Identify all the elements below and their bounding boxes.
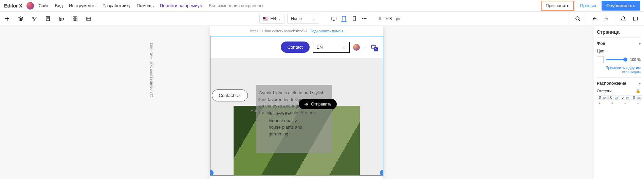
width-label: Ш [378, 17, 381, 21]
width-unit: px [396, 17, 400, 21]
page-label: Home [291, 16, 302, 21]
apply-to-pages-link[interactable]: Применить к другим страницам [597, 66, 641, 74]
chevron-down-icon: ⌄ [278, 17, 281, 20]
chevron-down-icon[interactable]: ⌄ [363, 45, 367, 50]
pad-bottom[interactable]: 0px [620, 95, 630, 100]
menu-dev[interactable]: Разработчику [103, 3, 130, 8]
text-block-2[interactable]: delivers the highest quality house plant… [269, 111, 306, 137]
panel-title: Страница [597, 29, 641, 35]
layout-section-header[interactable]: Расположение▾ [597, 81, 641, 86]
svg-rect-9 [87, 17, 91, 20]
connect-domain-link[interactable]: Подключить домен [310, 29, 343, 33]
undo-icon[interactable] [592, 16, 598, 22]
resize-handle-left[interactable]: + [210, 170, 214, 176]
cart-count-badge: 0 [374, 47, 378, 51]
zoom-icon[interactable] [575, 16, 581, 22]
plus-icon[interactable]: + [599, 101, 601, 105]
canvas[interactable]: https://iuliiao.editorx.io/website-5-1 П… [210, 26, 383, 179]
svg-point-13 [576, 17, 579, 20]
canvas-width: Ш px [378, 16, 400, 21]
chevron-down-icon: ▾ [639, 42, 641, 46]
add-icon[interactable] [4, 16, 10, 22]
page-icon[interactable] [45, 16, 51, 22]
pad-top[interactable]: 0px [597, 95, 608, 100]
chevron-down-icon: ▾ [639, 82, 641, 85]
tablet-icon[interactable] [341, 17, 347, 22]
send-button[interactable]: Отправить [299, 99, 337, 109]
cms-icon[interactable] [86, 16, 92, 22]
padding-label: Отступы [597, 89, 612, 93]
site-header: Contact EN ⌄ ⌄ 0 [210, 36, 383, 58]
svg-rect-10 [331, 17, 336, 20]
bg-section-header[interactable]: Фон▾ [597, 41, 641, 46]
site-lang-dropdown[interactable]: EN ⌄ [313, 42, 350, 53]
site-url: https://iuliiao.editorx.io/website-5-1 [250, 29, 308, 33]
send-icon [304, 102, 309, 107]
contact-us-button[interactable]: Contact Us [212, 90, 248, 101]
us-flag-icon [263, 17, 268, 20]
menu-site[interactable]: Сайт [39, 3, 49, 8]
comments-icon[interactable] [632, 16, 639, 22]
svg-point-1 [35, 17, 36, 18]
plus-icon[interactable]: + [624, 101, 626, 105]
svg-rect-14 [633, 17, 638, 20]
send-label: Отправить [311, 102, 332, 107]
invite-button[interactable]: Пригласить [541, 1, 574, 11]
opacity-value: 100 [630, 58, 636, 62]
opacity-slider[interactable] [606, 59, 627, 60]
svg-rect-12 [353, 16, 355, 21]
notifications-icon[interactable] [620, 16, 626, 22]
plus-icon[interactable]: + [611, 101, 613, 105]
pad-right[interactable]: 0px [608, 95, 619, 100]
ruler-breakpoint-label: ▢ Планшет (1000 пикс. и меньше) [149, 43, 153, 98]
resize-handle-right[interactable]: + [380, 170, 383, 176]
svg-rect-7 [73, 19, 75, 21]
menu-help[interactable]: Помощь [137, 3, 154, 8]
svg-point-2 [34, 19, 35, 21]
redo-icon[interactable] [603, 16, 609, 22]
color-swatch[interactable] [597, 56, 604, 63]
inspector-panel: Страница Фон▾ Цвет 100 % Применить к дру… [593, 26, 644, 179]
masters-icon[interactable] [31, 16, 37, 22]
mobile-icon[interactable] [351, 16, 357, 21]
svg-rect-8 [75, 19, 77, 21]
chevron-down-icon: ⌄ [313, 17, 315, 20]
more-breakpoints-icon[interactable]: ••• [362, 16, 367, 21]
desktop-icon[interactable] [331, 16, 336, 21]
theme-icon[interactable] [58, 16, 65, 22]
width-input[interactable] [383, 16, 394, 21]
apps-icon[interactable] [72, 16, 78, 22]
cart-icon[interactable]: 0 [370, 44, 377, 51]
page-frame[interactable]: Contact EN ⌄ ⌄ 0 Contact Us [210, 36, 383, 176]
lock-icon[interactable]: 🔒 [636, 88, 641, 93]
pad-left[interactable]: 0px [631, 95, 642, 100]
color-label: Цвет [597, 49, 641, 53]
page-selector[interactable]: Home ⌄ [287, 14, 319, 24]
menu-view[interactable]: Вид [55, 3, 63, 8]
member-avatar[interactable] [353, 44, 360, 51]
svg-rect-11 [342, 16, 346, 21]
chevron-down-icon: ⌄ [342, 45, 346, 50]
user-avatar[interactable] [26, 2, 34, 10]
publish-button[interactable]: Опубликовать [602, 1, 640, 11]
svg-rect-5 [73, 17, 75, 18]
svg-rect-6 [75, 17, 77, 18]
svg-point-4 [62, 18, 64, 20]
site-lang-value: EN [317, 45, 323, 50]
lang-selector[interactable]: EN ⌄ [259, 14, 284, 24]
save-status: Все изменения сохранены [209, 3, 263, 8]
lang-label: EN [270, 16, 276, 21]
brand-logo: Editor X [4, 3, 22, 9]
preview-button[interactable]: Превью [577, 1, 600, 10]
plus-icon[interactable]: + [637, 101, 639, 105]
upgrade-link[interactable]: Перейти на премиум [160, 3, 203, 8]
menu-tools[interactable]: Инструменты [69, 3, 96, 8]
layers-icon[interactable] [18, 16, 24, 22]
svg-point-0 [32, 17, 34, 18]
contact-button[interactable]: Contact [281, 42, 310, 53]
